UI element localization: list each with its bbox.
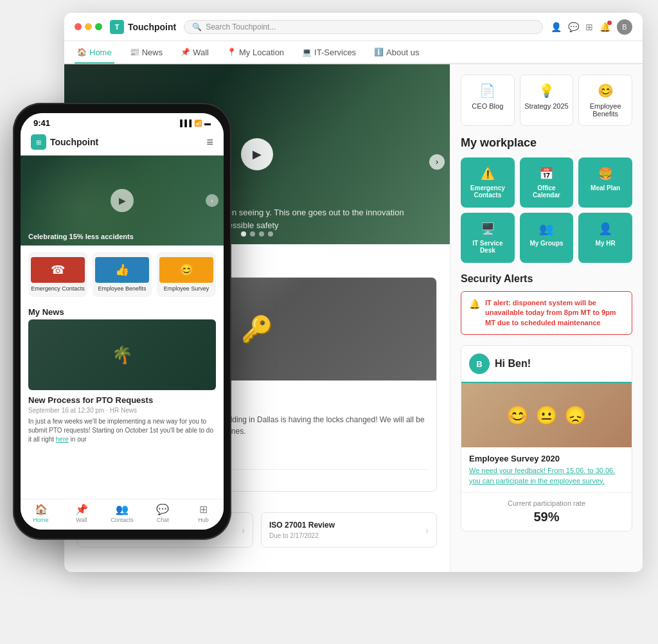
phone-contacts-label: Contacts xyxy=(111,517,134,523)
workplace-meal[interactable]: 🍔 Meal Plan xyxy=(578,157,632,208)
people-icon[interactable]: 👤 xyxy=(551,22,562,32)
nav-news[interactable]: 📰 News xyxy=(127,42,166,64)
emergency-shortcut-label: Emergency Contacts xyxy=(31,285,85,292)
battery-icon: ▬ xyxy=(204,120,211,127)
strategy-label: Strategy 2025 xyxy=(524,102,569,110)
phone-news-title: New Process for PTO Requests xyxy=(28,395,216,405)
strategy-icon: 💡 xyxy=(524,83,569,98)
employee-card-header: B Hi Ben! xyxy=(461,346,632,383)
employee-card: B Hi Ben! 😊 😐 😞 Employee Survey 2020 We … xyxy=(461,345,632,532)
alert-text: IT alert: disponent system will be unava… xyxy=(485,298,624,328)
phone-bottom-nav: 🏠 Home 📌 Wall 👥 Contacts 💬 Chat ⊞ xyxy=(21,499,224,530)
notification-badge xyxy=(607,21,612,25)
phone-signals: ▐▐▐ 📶 ▬ xyxy=(178,120,211,127)
phone-statusbar: 9:41 ▐▐▐ 📶 ▬ xyxy=(21,113,224,130)
phone-nav-home[interactable]: 🏠 Home xyxy=(21,503,61,523)
close-button[interactable] xyxy=(75,23,82,30)
phone-shortcut-benefits[interactable]: 👍 Employee Benefits xyxy=(93,252,152,297)
search-bar[interactable]: 🔍 Search Touchpoint... xyxy=(184,20,543,34)
phone-shortcuts: ☎ Emergency Contacts 👍 Employee Benefits… xyxy=(21,246,224,303)
calendar-label: Office Calendar xyxy=(524,184,570,199)
phone-news-body: New Process for PTO Requests September 1… xyxy=(21,390,224,499)
emergency-label: Emergency Contacts xyxy=(465,184,511,199)
notification-bell[interactable]: 🔔 xyxy=(600,22,610,32)
right-column: 📄 CEO Blog 💡 Strategy 2025 😊 Employee Be… xyxy=(450,64,643,572)
phone-shortcut-emergency[interactable]: ☎ Emergency Contacts xyxy=(28,252,87,297)
survey-title: Employee Survey 2020 xyxy=(469,454,624,463)
participation-label: Current participation rate xyxy=(469,499,624,507)
hero-dot-1[interactable] xyxy=(241,231,246,237)
employee-greeting: Hi Ben! xyxy=(495,358,531,370)
phone-logo: ⊞ Touchpoint xyxy=(31,134,98,150)
nav-location[interactable]: 📍 My Location xyxy=(224,42,287,64)
employee-avatar: B xyxy=(469,353,490,374)
survey-image: 😊 😐 😞 xyxy=(461,383,632,447)
workplace-grid: ⚠️ Emergency Contacts 📅 Office Calendar … xyxy=(461,157,632,263)
security-title: Security Alerts xyxy=(461,273,632,285)
sad-face: 😞 xyxy=(564,405,587,426)
phone-frame: 9:41 ▐▐▐ 📶 ▬ ⊞ Touchpoint ≡ ▶ Celebr xyxy=(13,103,231,540)
search-icon: 🔍 xyxy=(192,22,202,31)
logo-icon: T xyxy=(110,20,124,34)
phone-hero: ▶ Celebrating 15% less accidents › xyxy=(21,156,224,246)
phone-shortcut-survey[interactable]: 😊 Employee Survey xyxy=(157,252,216,297)
workplace-hr[interactable]: 👤 My HR xyxy=(578,213,632,263)
quick-link-strategy[interactable]: 💡 Strategy 2025 xyxy=(520,75,574,126)
chevron-right-icon-2: › xyxy=(425,525,429,535)
quick-link-ceo-blog[interactable]: 📄 CEO Blog xyxy=(461,75,515,126)
groups-icon: 👥 xyxy=(524,222,570,236)
phone-nav-contacts[interactable]: 👥 Contacts xyxy=(102,503,142,523)
nav-home[interactable]: 🏠 Home xyxy=(75,42,114,64)
workplace-it-desk[interactable]: 🖥️ IT Service Desk xyxy=(461,213,515,263)
app-title: Touchpoint xyxy=(128,22,176,32)
nav-about[interactable]: ℹ️ About us xyxy=(371,42,422,64)
maximize-button[interactable] xyxy=(95,23,102,30)
security-alert: 🔔 IT alert: disponent system will be una… xyxy=(461,291,632,335)
ceo-blog-icon: 📄 xyxy=(465,83,510,98)
hr-label: My HR xyxy=(582,240,628,247)
phone-my-news-heading: My News xyxy=(21,303,224,319)
play-button[interactable]: ▶ xyxy=(241,138,273,170)
alert-bell-icon: 🔔 xyxy=(469,299,480,309)
nav-it-services[interactable]: 💻 IT-Services xyxy=(299,42,359,64)
minimize-button[interactable] xyxy=(85,23,92,30)
phone-chat-label: Chat xyxy=(157,517,169,523)
card-content-2: ISO 27001 Review Due to 2/17/2022 xyxy=(269,521,425,539)
workplace-emergency[interactable]: ⚠️ Emergency Contacts xyxy=(461,157,515,208)
wall-icon: 📌 xyxy=(181,48,190,57)
hero-dot-2[interactable] xyxy=(250,231,255,237)
survey-shortcut-label: Employee Survey xyxy=(159,285,213,292)
phone-nav-hub[interactable]: ⊞ Hub xyxy=(183,503,224,523)
it-icon: 💻 xyxy=(302,48,312,57)
news-link[interactable]: here xyxy=(56,436,69,443)
iso-review-card[interactable]: ISO 27001 Review Due to 2/17/2022 › xyxy=(261,512,437,548)
search-placeholder: Search Touchpoint... xyxy=(206,22,276,31)
phone-nav-wall[interactable]: 📌 Wall xyxy=(61,503,102,523)
phone-next-arrow[interactable]: › xyxy=(206,194,218,207)
groups-label: My Groups xyxy=(524,240,570,247)
card-meta-2: Due to 2/17/2022 xyxy=(269,532,425,539)
grid-icon[interactable]: ⊞ xyxy=(585,22,593,32)
phone-menu-button[interactable]: ≡ xyxy=(206,136,213,149)
hero-dot-4[interactable] xyxy=(268,231,273,237)
benefits-shortcut-label: Employee Benefits xyxy=(95,285,149,292)
phone-hero-caption: Celebrating 15% less accidents xyxy=(28,233,134,240)
it-desk-label: IT Service Desk xyxy=(465,240,511,254)
workplace-title: My workplace xyxy=(461,136,632,150)
news-icon: 📰 xyxy=(130,48,139,57)
phone-home-icon: 🏠 xyxy=(35,503,48,515)
quick-link-benefits[interactable]: 😊 Employee Benefits xyxy=(578,75,632,126)
happy-face: 😊 xyxy=(506,405,529,426)
nav-wall[interactable]: 📌 Wall xyxy=(178,42,211,64)
chat-icon[interactable]: 💬 xyxy=(568,22,579,32)
workplace-calendar[interactable]: 📅 Office Calendar xyxy=(520,157,574,208)
phone-hub-icon: ⊞ xyxy=(199,503,208,515)
workplace-groups[interactable]: 👥 My Groups xyxy=(520,213,574,263)
survey-description[interactable]: We need your feedback! From 15.06. to 30… xyxy=(469,466,624,486)
user-avatar[interactable]: B xyxy=(617,19,632,35)
hero-next-arrow[interactable]: › xyxy=(429,154,445,170)
participation-box: Current participation rate 59% xyxy=(461,493,632,531)
browser-topbar: T Touchpoint 🔍 Search Touchpoint... 👤 💬 … xyxy=(64,13,643,41)
hero-dot-3[interactable] xyxy=(259,231,264,237)
phone-nav-chat[interactable]: 💬 Chat xyxy=(143,503,183,523)
